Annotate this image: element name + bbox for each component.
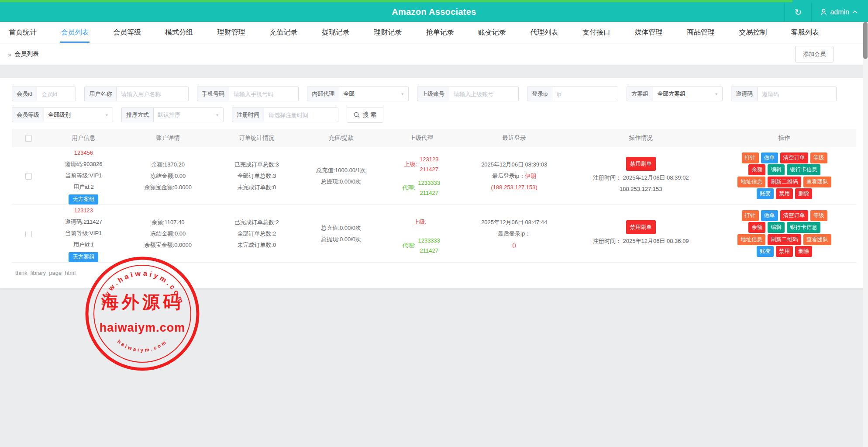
action-view-team-button[interactable]: 查看团队 [803,234,831,245]
refresh-glyph: ↻ [795,7,802,17]
stamp-main-text: haiwaiym.com [100,321,186,334]
refresh-icon[interactable]: ↻ [784,2,811,22]
select-value: 全部级别 [48,111,71,119]
action-make-order-button[interactable]: 做单 [761,210,778,221]
recharge-cell: 总充值:0.00/0次 总提现:0.00/0次 [299,222,383,245]
select-all-checkbox[interactable] [25,135,32,142]
tab-grab-records[interactable]: 抢单记录 [426,28,454,37]
col-last-login: 最近登录 [459,134,569,142]
action-clear-orders-button[interactable]: 清空订单 [780,152,808,163]
action-address-button[interactable]: 地址信息 [737,177,765,187]
breadcrumb-arrow-icon: » [8,51,11,58]
action-disable-button[interactable]: 禁用 [776,246,793,257]
agent-group: 代理: 1233333 211427 [383,236,459,256]
completed-orders: 已完成订单总数:2 [214,217,299,228]
invite-code-input[interactable] [757,87,837,101]
page-scrollbar[interactable] [863,22,868,447]
status-badge: 禁用刷单 [626,157,656,171]
action-refresh-qrcode-button[interactable]: 刷新二维码 [768,177,801,187]
last-login-cell: 2025年12月06日 08:39:03 最后登录ip：伊朗 (188.253.… [459,159,569,193]
action-delete-button[interactable]: 删除 [795,246,812,257]
row-checkbox[interactable] [25,173,32,180]
action-edit-button[interactable]: 编辑 [768,164,785,175]
user-id: 用户id:1 [45,239,121,250]
action-bank-card-button[interactable]: 银行卡信息 [787,222,820,233]
tab-member-list[interactable]: 会员列表 [61,28,89,37]
parent-label: 上级: [404,160,417,168]
sort-order-select[interactable]: 默认排序 ▼ [153,107,224,122]
filter-label: 会员等级 [12,107,44,122]
admin-menu[interactable]: admin [811,2,868,22]
plan-group-badge[interactable]: 无方案组 [69,252,98,262]
username-input[interactable] [116,87,189,101]
tab-finance-mgmt[interactable]: 理财管理 [217,28,245,37]
username: 123123 [45,205,121,216]
action-inject-button[interactable]: 打针 [742,152,759,163]
tab-withdraw-records[interactable]: 提现记录 [322,28,350,37]
recharge-cell: 总充值:1000.00/1次 总提现:0.00/0次 [299,165,383,187]
action-balance-button[interactable]: 余额 [748,222,765,233]
admin-label: admin [830,8,849,16]
parent-account-input[interactable] [449,87,519,101]
tab-support-list[interactable]: 客服列表 [791,28,819,37]
action-disable-button[interactable]: 禁用 [776,188,793,199]
action-level-button[interactable]: 等级 [810,152,827,163]
filter-member-id: 会员id [12,87,76,101]
yuebao-amount: 余额宝金额:0.0000 [121,182,214,193]
yuebao-amount: 余额宝金额:0.0000 [121,239,214,251]
user-icon [820,9,827,16]
register-ip: 188.253.127.153 [569,184,713,195]
tab-agent-list[interactable]: 代理列表 [530,28,558,37]
last-login-ip-label: 最后登录ip： [498,230,530,237]
parent-value: 123123 [420,154,438,164]
plan-group-select[interactable]: 全部方案组 ▼ [653,87,723,101]
tab-finance-records[interactable]: 理财记录 [374,28,402,37]
action-inject-button[interactable]: 打针 [742,210,759,221]
tab-member-level[interactable]: 会员等级 [113,28,141,37]
scrollbar-thumb[interactable] [863,22,868,59]
tab-product-mgmt[interactable]: 商品管理 [687,28,715,37]
tab-home-stats[interactable]: 首页统计 [9,28,37,37]
action-balance-change-button[interactable]: 账变 [757,246,774,257]
invite-code: 邀请码:903826 [45,159,121,170]
action-make-order-button[interactable]: 做单 [761,152,778,163]
frozen-amount: 冻结金额:0.00 [121,228,214,239]
action-refresh-qrcode-button[interactable]: 刷新二维码 [768,234,801,245]
phone-input[interactable] [229,87,299,101]
frozen-amount: 冻结金额:0.00 [121,170,214,182]
tab-recharge-records[interactable]: 充值记录 [269,28,297,37]
breadcrumb-row: » 会员列表 添加会员 [0,44,868,65]
total-recharge: 总充值:0.00/0次 [299,222,383,234]
row-checkbox[interactable] [25,231,32,237]
tab-media-mgmt[interactable]: 媒体管理 [634,28,662,37]
loading-progress-bar [0,0,792,2]
action-edit-button[interactable]: 编辑 [768,222,785,233]
last-login-time: 2025年12月06日 08:47:44 [459,217,569,228]
add-member-button[interactable]: 添加会员 [795,46,834,62]
tab-trade-control[interactable]: 交易控制 [739,28,767,37]
tab-mode-group[interactable]: 模式分组 [165,28,193,37]
action-delete-button[interactable]: 删除 [795,188,812,199]
plan-group-badge[interactable]: 无方案组 [69,194,98,204]
action-balance-change-button[interactable]: 账变 [757,188,774,199]
total-orders: 全部订单总数:2 [214,228,299,239]
action-balance-button[interactable]: 余额 [748,164,765,175]
chevron-up-icon [852,10,858,14]
last-login-country: 伊朗 [525,173,536,179]
search-button[interactable]: 搜 索 [347,107,383,123]
member-id-input[interactable] [37,87,76,101]
action-clear-orders-button[interactable]: 清空订单 [780,210,808,221]
internal-agent-select[interactable]: 全部 ▼ [339,87,409,101]
action-address-button[interactable]: 地址信息 [737,234,765,245]
member-level-select[interactable]: 全部级别 ▼ [44,107,113,122]
register-time-input[interactable] [264,107,338,122]
login-ip-input[interactable] [552,87,618,101]
app-header: Amazon Associates ↻ admin [0,0,868,22]
action-view-team-button[interactable]: 查看团队 [803,177,831,187]
tab-balance-records[interactable]: 账变记录 [478,28,506,37]
filter-register-time: 注册时间 [232,107,338,122]
action-level-button[interactable]: 等级 [810,210,827,221]
action-bank-card-button[interactable]: 银行卡信息 [787,164,820,175]
status-badge: 禁用刷单 [626,220,656,234]
tab-payment-api[interactable]: 支付接口 [582,28,610,37]
